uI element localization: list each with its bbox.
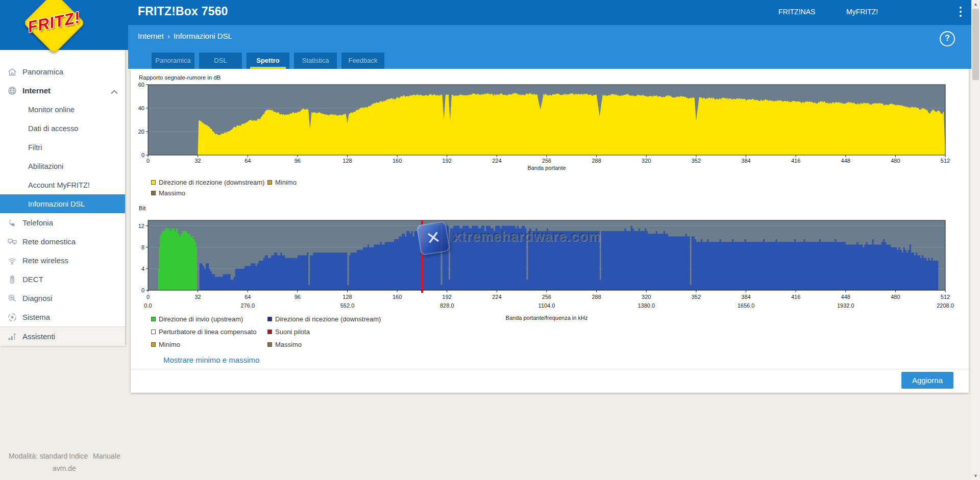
legend-swatch (151, 191, 156, 195)
legend-swatch (267, 330, 272, 334)
snr-chart-legend: Direzione di ricezione (downstream)Minim… (151, 177, 297, 198)
sidebar-item-filtri[interactable]: Filtri (0, 138, 125, 157)
svg-text:320: 320 (642, 294, 651, 300)
sidebar-item-dati-di-accesso[interactable]: Dati di accesso (0, 119, 125, 138)
sidebar-item-dect[interactable]: DECT (0, 270, 125, 289)
sidebar-item-label: Rete wireless (22, 256, 68, 265)
myfritz-link[interactable]: MyFRITZ! (846, 8, 878, 16)
svg-text:448: 448 (841, 294, 850, 300)
sidebar-item-label: Sistema (22, 313, 50, 321)
svg-text:416: 416 (791, 294, 800, 300)
tab-spettro[interactable]: Spettro (247, 53, 289, 69)
legend-label: Direzione di invio (upstream) (159, 315, 243, 323)
sidebar-item-sistema[interactable]: Sistema (0, 308, 125, 326)
svg-text:256: 256 (542, 294, 551, 300)
svg-text:1104.0: 1104.0 (538, 302, 555, 309)
svg-text:64: 64 (244, 294, 251, 300)
bit-chart: 0326496128160192224256288320352384416448… (131, 218, 969, 327)
wizard-icon (7, 332, 17, 342)
sidebar-item-account-myfritz-[interactable]: Account MyFRITZ! (0, 175, 125, 194)
breadcrumb-section[interactable]: Internet (138, 32, 164, 40)
scrollbar-up-icon[interactable]: ▲ (971, 0, 980, 8)
footer-index-link[interactable]: Indice (69, 452, 88, 460)
sidebar-item-rete-wireless[interactable]: Rete wireless (0, 251, 125, 270)
footer-mode[interactable]: Modalità: standard (9, 452, 67, 460)
svg-text:416: 416 (791, 158, 800, 164)
sidebar-item-label: Dati di accesso (28, 124, 78, 133)
svg-text:384: 384 (741, 158, 750, 164)
active-tab-underline (250, 67, 286, 69)
sidebar-item-label: Assistenti (22, 332, 55, 341)
fritznas-link[interactable]: FRITZ!NAS (778, 8, 815, 16)
sidebar-item-monitor-online[interactable]: Monitor online (0, 100, 125, 119)
svg-text:2208.0: 2208.0 (937, 302, 954, 309)
svg-text:0.0: 0.0 (144, 302, 152, 309)
legend-swatch (151, 330, 156, 334)
svg-text:160: 160 (393, 158, 402, 164)
svg-text:288: 288 (592, 294, 601, 300)
footer-manual-link[interactable]: Manuale (93, 452, 120, 460)
svg-text:0: 0 (141, 152, 144, 158)
footer-avm-link[interactable]: avm.de (53, 464, 76, 472)
scrollbar-thumb[interactable] (972, 9, 979, 80)
sidebar-item-label: Panoramica (22, 67, 63, 76)
svg-text:512: 512 (941, 158, 950, 164)
x-axis-label: Banda portante/frequenza in kHz (506, 315, 588, 321)
legend-label: Minimo (159, 341, 180, 348)
svg-text:256: 256 (542, 158, 551, 164)
snr-legend-item: Direzione di ricezione (downstream) (151, 177, 267, 188)
bit-legend-item: Perturbatore di linea compensato (151, 325, 267, 338)
legend-label: Direzione di ricezione (downstream) (275, 315, 381, 323)
svg-text:512: 512 (941, 294, 950, 300)
breadcrumb-separator: › (167, 32, 170, 40)
svg-text:8: 8 (141, 244, 144, 250)
help-icon[interactable]: ? (940, 31, 955, 46)
sidebar-item-rete-domestica[interactable]: Rete domestica (0, 232, 125, 251)
fritz-logo[interactable]: FRITZ! (0, 0, 128, 50)
phone-icon (7, 218, 17, 228)
x-axis-label: Banda portante (527, 165, 566, 171)
svg-text:1932.0: 1932.0 (837, 302, 854, 309)
refresh-button[interactable]: Aggiorna (901, 372, 953, 389)
sidebar-item-internet[interactable]: Internet (0, 81, 125, 100)
bit-legend-item: Suoni pilota (267, 325, 381, 338)
svg-text:352: 352 (692, 294, 701, 300)
breadcrumb-page: Informazioni DSL (174, 32, 232, 40)
svg-text:480: 480 (891, 158, 900, 164)
divider (131, 369, 969, 369)
sidebar-item-label: Monitor online (28, 106, 75, 114)
svg-text:288: 288 (592, 158, 601, 164)
sidebar-item-abilitazioni[interactable]: Abilitazioni (0, 157, 125, 175)
tab-panoramica[interactable]: Panoramica (152, 53, 194, 69)
chart-canvas: 0326496128160192224256288320352384416448… (131, 218, 969, 325)
svg-text:552.0: 552.0 (340, 302, 355, 309)
sidebar-item-informazioni-dsl[interactable]: Informazioni DSL (0, 194, 125, 213)
tab-feedback[interactable]: Feedback (341, 53, 384, 69)
kebab-menu-icon[interactable] (958, 7, 964, 19)
snr-legend-item: Massimo (151, 188, 267, 198)
bit-legend-item: Direzione di ricezione (downstream) (267, 313, 381, 325)
svg-text:448: 448 (841, 158, 850, 164)
tab-statistica[interactable]: Statistica (294, 53, 337, 69)
content-panel: Rapporto segnale-rumore in dB 0326496128… (131, 69, 969, 393)
sidebar-item-assistenti[interactable]: Assistenti (0, 326, 125, 346)
svg-text:4: 4 (141, 266, 144, 272)
chevron-up-icon[interactable] (111, 87, 118, 92)
scrollbar[interactable]: ▲ ▼ (971, 0, 980, 480)
tab-dsl[interactable]: DSL (199, 53, 242, 69)
sidebar-item-panoramica[interactable]: Panoramica (0, 62, 125, 81)
sidebar-item-label: DECT (22, 275, 43, 284)
scrollbar-down-icon[interactable]: ▼ (971, 472, 980, 480)
page-title: FRITZ!Box 7560 (138, 5, 228, 18)
sidebar-item-telefonia[interactable]: Telefonia (0, 213, 125, 232)
legend-label: Massimo (275, 341, 302, 348)
sub-header-bar: Internet›Informazioni DSL PanoramicaDSLS… (128, 25, 971, 69)
svg-text:224: 224 (492, 294, 501, 300)
sidebar-item-label: Informazioni DSL (28, 200, 85, 208)
snr-chart: 0326496128160192224256288320352384416448… (131, 82, 969, 176)
show-minmax-link[interactable]: Mostrare minimo e massimo (163, 356, 259, 364)
sidebar-item-diagnosi[interactable]: Diagnosi (0, 289, 125, 308)
sidebar-item-label: Internet (22, 86, 51, 95)
svg-text:224: 224 (492, 158, 501, 164)
svg-text:828.0: 828.0 (440, 302, 454, 309)
